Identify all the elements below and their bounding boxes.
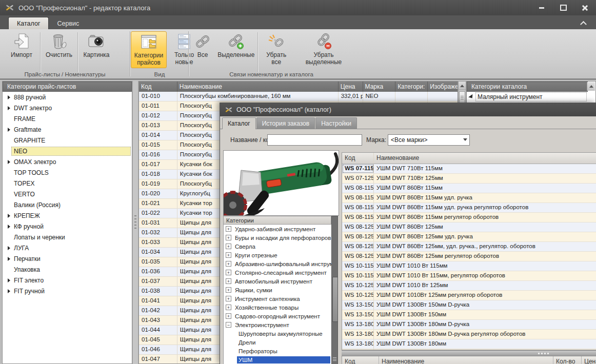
vertical-splitter[interactable] — [132, 81, 138, 364]
category-item[interactable]: Ящики, сумки — [224, 286, 331, 294]
product-row[interactable]: WS 08-125 УШМ DWT 860Вт 125мм удл. ручка — [342, 232, 596, 242]
category-item[interactable]: Автомобильный инструмент — [224, 277, 331, 286]
categories-scrollbar[interactable] — [331, 216, 338, 364]
price-categories-button[interactable]: Категории прайсов — [131, 31, 167, 68]
column-header-price[interactable]: Цена — [582, 356, 596, 364]
expander-box-icon[interactable] — [226, 261, 231, 267]
scrollbar-thumb[interactable] — [332, 277, 338, 322]
category-item[interactable]: Абразивно-шлифовальный инструмент — [224, 259, 331, 268]
product-row[interactable]: WS 08-125 УШМ DWT 860Вт 125мм — [342, 223, 596, 232]
dialog-tab-history[interactable]: История заказов — [256, 117, 315, 129]
product-row[interactable]: WS 13-180 УШМ DWT 1300Вт 180мм D-ручка р… — [342, 330, 596, 339]
horizontal-splitter[interactable] — [342, 350, 596, 356]
sidebar-item[interactable]: OMAX электро — [3, 156, 132, 167]
maximize-button[interactable] — [556, 3, 570, 13]
category-item[interactable]: Круги отрезные — [224, 251, 331, 259]
sidebar-item[interactable]: TOP TOOLS — [3, 167, 132, 178]
table-row[interactable]: 01-010 Плоскогубцы комбинированные, 160 … — [139, 92, 458, 102]
sidebar-item[interactable]: Graftmate — [3, 124, 132, 135]
name-filter-input[interactable] — [267, 134, 362, 146]
product-row[interactable]: WS 07-125 УШМ DWT 710Вт 125мм — [342, 174, 596, 184]
tab-katalog[interactable]: Каталог — [8, 17, 49, 29]
product-row[interactable]: WS 08-115 УШМ DWT 860Вт 115мм удл. ручка — [342, 193, 596, 203]
sidebar-item[interactable]: VERTO — [3, 189, 132, 199]
brand-filter-select[interactable]: <Все марки> — [388, 134, 470, 146]
expander-box-icon[interactable] — [226, 278, 231, 284]
clear-button[interactable]: Очистить — [42, 31, 76, 60]
sidebar-item[interactable]: ЛУГА — [3, 242, 132, 253]
column-header-name[interactable]: Наименование — [177, 82, 339, 92]
category-item[interactable]: Дрели — [224, 338, 331, 347]
expander-box-icon[interactable] — [226, 305, 231, 310]
category-item[interactable]: Столярно-слесарный инструмент — [224, 268, 331, 277]
column-header-price[interactable]: Цена — [339, 82, 363, 92]
column-header-name[interactable]: Наименование — [379, 356, 553, 364]
expander-box-icon[interactable] — [226, 226, 231, 232]
sidebar-item[interactable]: GRAPHITE — [3, 135, 132, 146]
product-row[interactable]: WS 08-115 УШМ DWT 860Вт 115мм регулятор … — [342, 213, 596, 223]
tab-servis[interactable]: Сервис — [49, 17, 87, 29]
picture-button[interactable]: Картинка — [79, 31, 114, 60]
expander-box-icon[interactable] — [226, 270, 231, 275]
product-row[interactable]: WS 10-115 УШМ DWT 1010 Вт 115мм — [342, 261, 596, 271]
expander-box-icon[interactable] — [226, 322, 231, 328]
dialog-tab-settings[interactable]: Настройки — [315, 117, 357, 129]
expander-box-icon[interactable] — [226, 287, 231, 293]
expander-box-icon[interactable] — [226, 313, 231, 319]
product-row[interactable]: WS 13-180 УШМ DWT 1300Вт 180мм — [342, 339, 596, 349]
column-header-brand[interactable]: Марка — [363, 82, 396, 92]
sidebar-item[interactable]: КФ ручной — [3, 221, 132, 232]
product-row[interactable]: WS 10-125 УШМ DWT 1010 Вт 125мм — [342, 281, 596, 291]
link-selected-button[interactable]: Выделенные — [216, 31, 256, 60]
sidebar-item[interactable]: 888 ручной — [3, 92, 132, 103]
category-item[interactable]: Сверла — [224, 242, 331, 251]
panel-scroll-up-button[interactable] — [587, 82, 595, 91]
sidebar-item[interactable]: Валики (Россия) — [3, 199, 132, 210]
column-header-image[interactable]: Изображе — [428, 82, 458, 92]
product-row[interactable]: WS 10-125 УШМ DWT 1010Вт 125мм регулятор… — [342, 291, 596, 300]
product-row[interactable]: WS 10-115 УШМ DWT 1010 Вт 115мм, регулят… — [342, 271, 596, 281]
product-row[interactable]: WS 13-180 УШМ DWT 1300Вт 180мм D-ручка — [342, 320, 596, 330]
column-header-category[interactable]: Категори: — [395, 82, 428, 92]
column-header-code[interactable]: Код — [139, 82, 177, 92]
import-button[interactable]: Импорт — [4, 31, 39, 60]
link-all-button[interactable]: Все — [189, 31, 216, 60]
category-item[interactable]: Хозяйственные товары — [224, 303, 331, 312]
sidebar-item[interactable]: FIT электо — [3, 275, 132, 286]
product-row[interactable]: WS 08-115 УШМ DWT 860Вт 115мм — [342, 184, 596, 193]
sidebar-item[interactable]: Перчатки — [3, 253, 132, 264]
product-row[interactable]: WS 08-125 УШМ DWT 860Вт 125мм регулятор … — [342, 252, 596, 261]
category-item[interactable]: Шуруповерты аккумуляторные — [224, 329, 331, 338]
column-header-quantity[interactable]: Кол-во — [553, 356, 582, 364]
unlink-selected-button[interactable]: Убрать выделенные — [294, 31, 353, 67]
dialog-tab-katalog[interactable]: Каталог — [222, 117, 256, 129]
category-item[interactable]: Инструмент сантехника — [224, 294, 331, 303]
scroll-up-button[interactable] — [459, 82, 466, 90]
expander-box-icon[interactable] — [226, 252, 231, 258]
expander-box-icon[interactable] — [226, 235, 231, 240]
product-row[interactable]: WS 08-125 УШМ DWT 860Вт 125мм, удл. ручк… — [342, 242, 596, 252]
sidebar-item[interactable]: NEO — [3, 146, 132, 156]
product-row[interactable]: WS 13-150 УШМ DWT 1300Вт 150мм D-ручка — [342, 300, 596, 310]
product-row[interactable]: WS 07-115 УШМ DWT 710Вт 115мм — [342, 164, 596, 174]
sidebar-item[interactable]: TOPEX — [3, 178, 132, 189]
category-item[interactable]: Буры и насадки для перфораторов — [224, 233, 331, 242]
category-item[interactable]: Садово-огородный инструмент — [224, 312, 331, 320]
product-row[interactable]: WS 08-115 УШМ DWT 860Вт 115мм удл. ручка… — [342, 203, 596, 213]
close-button[interactable] — [578, 3, 592, 13]
unlink-all-button[interactable]: Убрать все — [259, 31, 294, 67]
product-row[interactable]: WS 13-150 УШМ DWT 1300Вт 150мм — [342, 310, 596, 320]
sidebar-item[interactable]: Лопаты и черенки — [3, 232, 132, 242]
scrollbar-thumb[interactable] — [459, 91, 465, 104]
sidebar-item[interactable]: КРЕПЕЖ — [3, 210, 132, 221]
sidebar-item[interactable]: FIT ручной — [3, 286, 132, 296]
category-item[interactable]: УШМ — [224, 355, 331, 364]
column-header-code[interactable]: Код — [342, 153, 374, 164]
category-item[interactable]: Ударно-забивной инструмент — [224, 225, 331, 233]
sidebar-item[interactable]: Упаковка — [3, 264, 132, 275]
column-header-name[interactable]: Наименование — [374, 153, 596, 164]
category-item[interactable]: Перфораторы — [224, 347, 331, 355]
catalog-category-item[interactable]: Малярный инструмент — [467, 92, 595, 102]
sidebar-item[interactable]: DWT электро — [3, 103, 132, 113]
minimize-button[interactable] — [534, 3, 549, 13]
